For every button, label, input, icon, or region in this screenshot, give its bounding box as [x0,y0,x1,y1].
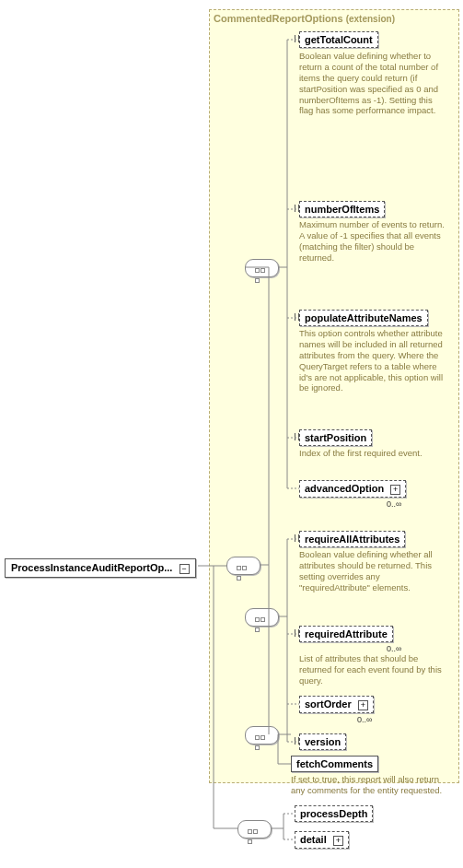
label: numberOfItems [305,204,379,215]
label: startPosition [305,432,366,443]
root-node[interactable]: ProcessInstanceAuditReportOp... − [5,558,196,578]
occ-sortOrder: 0..∞ [357,715,372,724]
el-advancedOption[interactable]: advancedOption + [299,480,406,498]
occ-requiredAttribute: 0..∞ [387,644,401,653]
desc-startPosition: Index of the first required event. [299,448,446,459]
label: requireAllAttributes [305,534,399,545]
sequence-upper[interactable] [245,259,279,277]
label: getTotalCount [305,34,373,45]
extension-title-text: CommentedReportOptions [214,13,343,24]
extension-note: (extension) [346,14,395,24]
sequence-ext[interactable] [226,557,260,575]
desc-fetchComments: If set to true, this report will also re… [291,774,447,796]
sequence-fetch[interactable] [245,726,279,745]
el-fetchComments[interactable]: fetchComments [291,756,378,772]
label: detail [300,834,327,845]
desc-requireAllAttributes: Boolean value defining whether all attri… [299,549,446,593]
el-populateAttributeNames[interactable]: populateAttributeNames [299,310,428,326]
expand-icon[interactable]: + [390,485,400,495]
el-detail[interactable]: detail + [295,831,349,849]
label: sortOrder [305,698,352,710]
desc-getTotalCount: Boolean value defining whether to return… [299,51,446,116]
el-version[interactable]: version [299,733,346,750]
el-processDepth[interactable]: processDepth [295,805,373,822]
el-requiredAttribute[interactable]: requiredAttribute [299,626,393,642]
extension-title: CommentedReportOptions (extension) [214,13,395,24]
label: fetchComments [296,758,373,769]
root-node-label: ProcessInstanceAuditReportOp... [11,562,172,573]
occ-advancedOption: 0..∞ [387,499,401,509]
expand-icon[interactable]: + [333,836,343,846]
label: version [305,736,341,747]
label: requiredAttribute [305,628,388,639]
el-getTotalCount[interactable]: getTotalCount [299,31,378,48]
el-requireAllAttributes[interactable]: requireAllAttributes [299,531,405,547]
el-startPosition[interactable]: startPosition [299,429,372,446]
sequence-bottom[interactable] [237,820,272,839]
label: populateAttributeNames [305,312,422,323]
expand-icon[interactable]: + [358,700,368,710]
label: advancedOption [305,483,384,494]
collapse-icon[interactable]: − [179,564,190,574]
desc-numberOfItems: Maximum number of events to return. A va… [299,219,446,264]
el-numberOfItems[interactable]: numberOfItems [299,201,385,217]
el-sortOrder[interactable]: sortOrder + [299,696,374,713]
desc-requiredAttribute: List of attributes that should be return… [299,653,446,686]
desc-populateAttributeNames: This option controls whether attribute n… [299,328,446,393]
label: processDepth [300,808,367,819]
sequence-mid[interactable] [245,608,279,627]
